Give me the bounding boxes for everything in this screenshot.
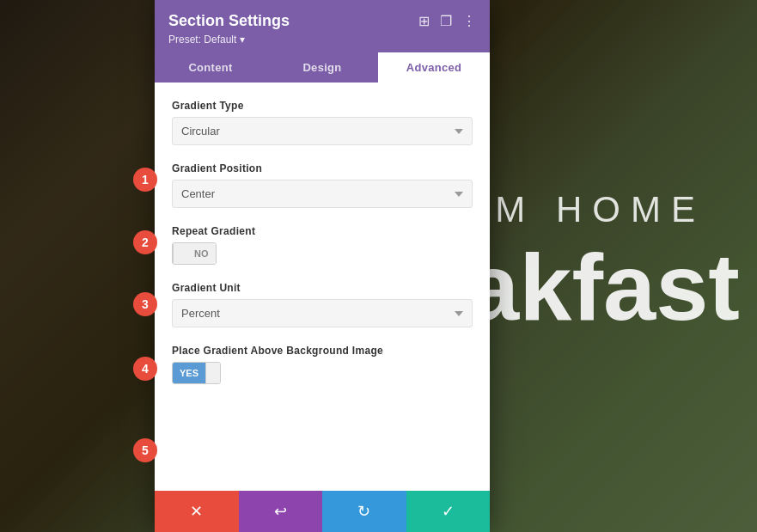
gradient-type-row: Gradient Type Circular Linear Conical <box>172 100 473 145</box>
toggle-no-label[interactable]: NO <box>187 243 216 264</box>
gradient-position-select[interactable]: Center Top Left Top Right Bottom Left Bo… <box>172 180 473 208</box>
cancel-icon: ✕ <box>190 502 203 521</box>
gradient-unit-row: Gradient Unit Percent Pixels <box>172 282 473 327</box>
badge-2: 2 <box>133 230 157 254</box>
gradient-position-row: Gradient Position Center Top Left Top Ri… <box>172 162 473 208</box>
badge-4: 4 <box>133 357 157 381</box>
undo-button[interactable]: ↩ <box>239 491 323 532</box>
panel-tabs: Content Design Advanced <box>155 52 490 83</box>
badge-1: 1 <box>133 168 157 192</box>
tab-design[interactable]: Design <box>266 52 378 83</box>
repeat-gradient-row: Repeat Gradient NO <box>172 225 473 265</box>
toggle-no-off-label[interactable] <box>205 363 220 383</box>
panel-footer: ✕ ↩ ↻ ✓ <box>155 491 490 532</box>
tab-advanced[interactable]: Advanced <box>378 52 490 83</box>
place-gradient-toggle[interactable]: YES <box>172 362 221 384</box>
repeat-gradient-toggle-row: NO <box>172 242 473 265</box>
settings-panel: Section Settings ⊞ ❐ ⋮ Preset: Default ▾… <box>155 0 490 532</box>
collapse-icon[interactable]: ❐ <box>440 13 452 29</box>
place-gradient-above-label: Place Gradient Above Background Image <box>172 345 473 357</box>
gradient-unit-select[interactable]: Percent Pixels <box>172 299 473 327</box>
panel-header: Section Settings ⊞ ❐ ⋮ Preset: Default ▾ <box>155 0 490 52</box>
cancel-button[interactable]: ✕ <box>155 491 239 532</box>
toggle-yes-label[interactable]: YES <box>173 363 205 383</box>
bg-text-home: OM HOME <box>457 189 705 230</box>
tab-content[interactable]: Content <box>155 52 266 83</box>
save-button[interactable]: ✓ <box>406 491 491 532</box>
gradient-unit-label: Gradient Unit <box>172 282 473 294</box>
save-icon: ✓ <box>442 502 455 521</box>
bg-text-akfast: akfast <box>467 232 740 341</box>
undo-icon: ↩ <box>274 502 287 521</box>
gradient-position-label: Gradient Position <box>172 162 473 174</box>
panel-title-row: Section Settings ⊞ ❐ ⋮ <box>168 12 476 30</box>
panel-preset[interactable]: Preset: Default ▾ <box>168 34 476 46</box>
panel-title: Section Settings <box>168 12 290 30</box>
panel-body: Gradient Type Circular Linear Conical Gr… <box>155 83 490 491</box>
place-gradient-above-row: Place Gradient Above Background Image YE… <box>172 345 473 384</box>
toggle-off-side[interactable] <box>173 243 187 264</box>
repeat-gradient-toggle[interactable]: NO <box>172 242 217 265</box>
place-gradient-toggle-row: YES <box>172 362 473 384</box>
redo-button[interactable]: ↻ <box>322 491 406 532</box>
gradient-type-label: Gradient Type <box>172 100 473 112</box>
gradient-type-select[interactable]: Circular Linear Conical <box>172 117 473 145</box>
more-menu-icon[interactable]: ⋮ <box>462 13 476 29</box>
redo-icon: ↻ <box>357 502 370 521</box>
expand-icon[interactable]: ⊞ <box>418 13 430 29</box>
badge-3: 3 <box>133 292 157 316</box>
badge-5: 5 <box>133 438 157 462</box>
panel-icons: ⊞ ❐ ⋮ <box>418 13 476 29</box>
repeat-gradient-label: Repeat Gradient <box>172 225 473 237</box>
